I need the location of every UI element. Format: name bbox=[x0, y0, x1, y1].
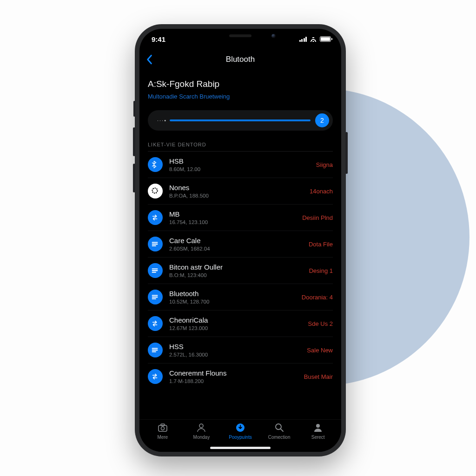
bars-icon bbox=[148, 290, 163, 304]
device-status: 14onach bbox=[310, 188, 333, 195]
back-button[interactable] bbox=[146, 54, 152, 65]
device-info: NonesB.P.OA, 188.500 bbox=[169, 184, 303, 198]
device-info: Bluetooth10.52M, 128.700 bbox=[169, 290, 295, 304]
device-info: Coneremnt Flouns1.7·M-188.200 bbox=[169, 369, 298, 383]
mute-switch bbox=[133, 101, 135, 117]
device-info: Care Cale2.60SM, 1682.04 bbox=[169, 237, 302, 251]
subtitle-link[interactable]: Multonadie Scarch Bruetweing bbox=[148, 93, 333, 100]
device-subtitle: B.O:M, 123:400 bbox=[169, 272, 303, 278]
device-subtitle: B.P.OA, 188.500 bbox=[169, 193, 303, 198]
device-subtitle: 8.60M, 12.00 bbox=[169, 166, 310, 172]
device-status: Sale New bbox=[307, 347, 333, 354]
content-area: A:Sk-Fgokd Rabip Multonadie Scarch Bruet… bbox=[139, 70, 341, 419]
device-info: MB16.754, 123.100 bbox=[169, 210, 296, 225]
device-name: CheonriCala bbox=[169, 316, 302, 324]
device-subtitle: 2.572L, 16.3000 bbox=[169, 352, 300, 357]
status-time: 9:41 bbox=[152, 35, 165, 43]
device-row[interactable]: HSS2.572L, 16.3000Sale New bbox=[148, 337, 333, 364]
device-row[interactable]: CheonriCala12.67M 123.000Sde Us 2 bbox=[148, 311, 333, 337]
device-status: Desing 1 bbox=[309, 267, 333, 274]
device-info: HSS2.572L, 16.3000 bbox=[169, 343, 300, 357]
speaker-grille bbox=[229, 34, 251, 37]
device-status: Buset Mair bbox=[304, 373, 333, 380]
bars-icon bbox=[148, 237, 163, 251]
download-icon bbox=[235, 423, 246, 433]
search-icon bbox=[274, 423, 285, 433]
screen: 9:41 Blutooth A:Sk-Fgokd Rabip Multonadi… bbox=[139, 29, 341, 452]
device-name: HSS bbox=[169, 343, 300, 350]
device-name: MB bbox=[169, 210, 296, 218]
slider-track bbox=[170, 119, 311, 121]
device-status: Doorania: 4 bbox=[302, 294, 333, 301]
person-icon bbox=[196, 423, 207, 433]
home-indicator[interactable] bbox=[210, 447, 271, 449]
device-name: Coneremnt Flouns bbox=[169, 369, 298, 377]
device-subtitle: 10.52M, 128.700 bbox=[169, 299, 295, 304]
nav-title: Blutooth bbox=[226, 55, 255, 64]
chevron-left-icon bbox=[146, 54, 152, 65]
slider-knob[interactable]: 2 bbox=[315, 113, 329, 127]
range-slider[interactable]: ···• 2 bbox=[148, 110, 333, 131]
notch bbox=[198, 29, 282, 43]
page-title: A:Sk-Fgokd Rabip bbox=[148, 79, 333, 89]
tab-label: Comection bbox=[268, 435, 291, 440]
wifi-icon bbox=[310, 36, 317, 42]
swap-icon bbox=[148, 210, 163, 225]
device-row[interactable]: Bitcon astr OullerB.O:M, 123:400Desing 1 bbox=[148, 258, 333, 284]
slider-dots: ···• bbox=[157, 118, 167, 123]
device-row[interactable]: Bluetooth10.52M, 128.700Doorania: 4 bbox=[148, 284, 333, 311]
camera-icon bbox=[157, 423, 168, 433]
volume-down-button bbox=[133, 164, 135, 192]
phone-frame: 9:41 Blutooth A:Sk-Fgokd Rabip Multonadi… bbox=[135, 24, 346, 456]
tab-label: Monday bbox=[193, 435, 210, 440]
device-name: HSB bbox=[169, 157, 310, 165]
device-info: HSB8.60M, 12.00 bbox=[169, 157, 310, 172]
ring-icon bbox=[148, 184, 163, 198]
bluetooth-icon bbox=[148, 157, 163, 172]
tab-mere[interactable]: Mere bbox=[149, 423, 177, 452]
person2-icon bbox=[312, 423, 324, 433]
front-camera bbox=[271, 34, 276, 38]
tab-serect[interactable]: Serect bbox=[304, 423, 332, 452]
volume-up-button bbox=[133, 127, 135, 156]
device-name: Care Cale bbox=[169, 237, 302, 245]
bars-icon bbox=[148, 263, 163, 278]
device-name: Bluetooth bbox=[169, 290, 295, 298]
device-subtitle: 2.60SM, 1682.04 bbox=[169, 246, 302, 251]
tab-label: Mere bbox=[157, 435, 168, 440]
device-status: Desiin Plnd bbox=[302, 214, 333, 221]
bars-icon bbox=[148, 343, 163, 357]
device-info: Bitcon astr OullerB.O:M, 123:400 bbox=[169, 263, 303, 278]
tab-label: Pooypuints bbox=[229, 435, 251, 440]
device-row[interactable]: NonesB.P.OA, 188.50014onach bbox=[148, 178, 333, 205]
swap-icon bbox=[148, 316, 163, 331]
section-header: LIKET-VIE DENTORD bbox=[148, 142, 333, 152]
device-status: Dota File bbox=[309, 241, 333, 248]
device-info: CheonriCala12.67M 123.000 bbox=[169, 316, 302, 331]
device-name: Bitcon astr Ouller bbox=[169, 263, 303, 271]
device-row[interactable]: MB16.754, 123.100Desiin Plnd bbox=[148, 205, 333, 231]
battery-icon bbox=[320, 36, 331, 42]
device-row[interactable]: Coneremnt Flouns1.7·M-188.200Buset Mair bbox=[148, 364, 333, 390]
tab-label: Serect bbox=[311, 435, 325, 440]
swap-icon bbox=[148, 369, 163, 384]
device-subtitle: 16.754, 123.100 bbox=[169, 219, 296, 225]
cellular-icon bbox=[299, 36, 307, 42]
device-status: Siigna bbox=[316, 161, 333, 168]
device-name: Nones bbox=[169, 184, 303, 192]
device-status: Sde Us 2 bbox=[308, 320, 333, 327]
power-button bbox=[345, 132, 348, 174]
device-subtitle: 12.67M 123.000 bbox=[169, 325, 302, 331]
device-row[interactable]: Care Cale2.60SM, 1682.04Dota File bbox=[148, 231, 333, 258]
device-row[interactable]: HSB8.60M, 12.00Siigna bbox=[148, 152, 333, 178]
device-list: HSB8.60M, 12.00SiignaNonesB.P.OA, 188.50… bbox=[148, 152, 333, 390]
navigation-bar: Blutooth bbox=[139, 49, 341, 70]
device-subtitle: 1.7·M-188.200 bbox=[169, 378, 298, 384]
